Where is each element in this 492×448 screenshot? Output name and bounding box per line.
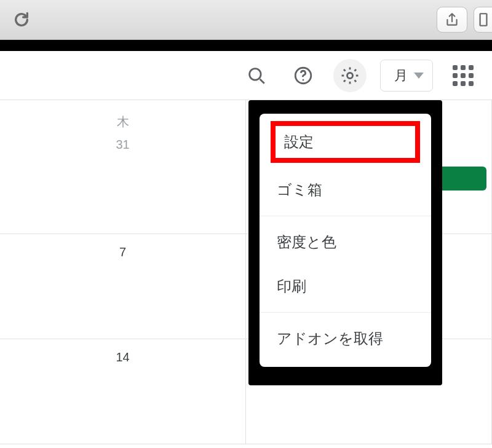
search-icon bbox=[246, 65, 267, 86]
chevron-down-icon bbox=[414, 73, 424, 79]
menu-separator bbox=[260, 216, 431, 216]
help-button[interactable] bbox=[287, 59, 320, 92]
weekday-label: 木 bbox=[0, 100, 245, 130]
menu-item-settings[interactable]: 設定 bbox=[271, 121, 420, 163]
menu-separator bbox=[260, 312, 431, 313]
menu-item-print[interactable]: 印刷 bbox=[260, 264, 431, 308]
day-cell-14[interactable]: 14 bbox=[0, 339, 246, 444]
svg-point-3 bbox=[303, 79, 304, 81]
search-button[interactable] bbox=[240, 59, 273, 92]
gear-icon bbox=[339, 65, 360, 86]
settings-button[interactable] bbox=[333, 59, 367, 92]
day-number: 7 bbox=[0, 234, 245, 259]
share-button[interactable] bbox=[437, 7, 467, 33]
reload-button[interactable] bbox=[6, 0, 37, 40]
help-icon bbox=[293, 65, 314, 86]
google-apps-button[interactable] bbox=[446, 59, 480, 92]
app-header: 月 bbox=[0, 51, 492, 100]
svg-point-0 bbox=[250, 68, 261, 79]
tabs-button[interactable] bbox=[474, 7, 492, 33]
svg-line-1 bbox=[260, 79, 264, 83]
view-select[interactable]: 月 bbox=[380, 60, 433, 92]
menu-item-density-color[interactable]: 密度と色 bbox=[260, 220, 431, 264]
settings-menu-frame: 設定 ゴミ箱 密度と色 印刷 アドオンを取得 bbox=[248, 100, 442, 385]
svg-point-4 bbox=[347, 73, 352, 78]
menu-item-trash[interactable]: ゴミ箱 bbox=[260, 168, 431, 212]
apps-grid-icon bbox=[453, 65, 474, 86]
day-number: 14 bbox=[0, 339, 245, 364]
black-strip bbox=[0, 40, 492, 51]
day-number: 31 bbox=[0, 130, 245, 152]
browser-toolbar bbox=[0, 0, 492, 40]
menu-item-get-addons[interactable]: アドオンを取得 bbox=[260, 316, 431, 361]
day-cell-31[interactable]: 木 31 bbox=[0, 100, 246, 234]
view-select-label: 月 bbox=[394, 66, 408, 85]
day-cell-7[interactable]: 7 bbox=[0, 234, 246, 339]
settings-menu: 設定 ゴミ箱 密度と色 印刷 アドオンを取得 bbox=[260, 114, 431, 367]
